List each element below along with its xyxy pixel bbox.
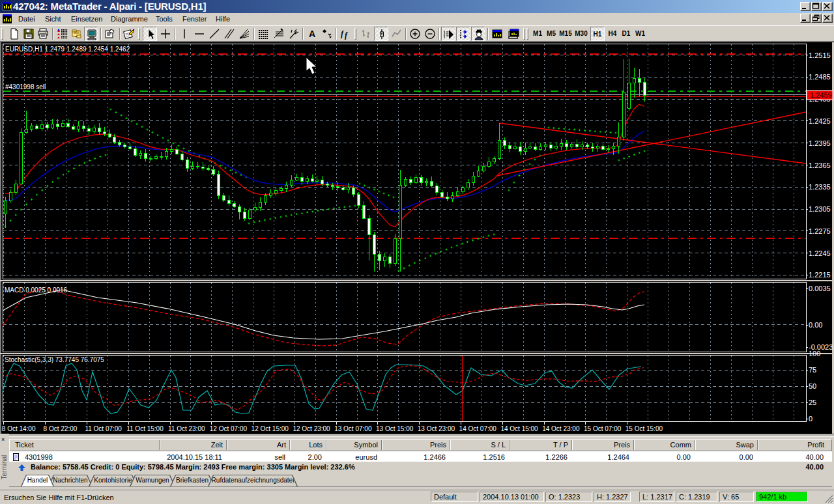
svg-text:11 Oct 15:00: 11 Oct 15:00 — [126, 425, 164, 432]
svg-text:EURUSD,H1 1.2479 1.2489 1.245: EURUSD,H1 1.2479 1.2489 1.2454 1.2462 — [5, 46, 130, 53]
svg-text:1.2335: 1.2335 — [809, 183, 831, 191]
svg-text:1.2459: 1.2459 — [810, 91, 832, 99]
svg-text:50: 50 — [809, 382, 816, 390]
svg-text:1.2245: 1.2245 — [809, 249, 831, 257]
svg-text:75: 75 — [809, 366, 816, 374]
svg-text:14 Oct 15:00: 14 Oct 15:00 — [500, 425, 538, 432]
svg-text:11 Oct 07:00: 11 Oct 07:00 — [85, 425, 122, 432]
svg-text:100: 100 — [809, 350, 820, 357]
svg-text:1.2425: 1.2425 — [809, 117, 831, 125]
svg-text:11 Oct 23:00: 11 Oct 23:00 — [168, 425, 205, 432]
svg-text:12 Oct 15:00: 12 Oct 15:00 — [252, 425, 289, 432]
svg-text:1.2395: 1.2395 — [809, 139, 831, 147]
svg-text:#4301998 sell: #4301998 sell — [5, 83, 46, 91]
svg-text:0: 0 — [809, 415, 812, 423]
svg-text:25: 25 — [809, 399, 816, 406]
svg-text:1.2515: 1.2515 — [809, 51, 831, 59]
svg-text:f: f — [341, 29, 344, 38]
svg-text:f: f — [345, 31, 348, 40]
svg-text:12 Oct 23:00: 12 Oct 23:00 — [293, 425, 330, 432]
svg-text:15 Oct 07:00: 15 Oct 07:00 — [584, 425, 622, 432]
svg-text:1.2305: 1.2305 — [809, 205, 831, 213]
svg-text:0.00: 0.00 — [809, 321, 822, 329]
svg-text:A: A — [309, 29, 315, 39]
svg-text:12 Oct 07:00: 12 Oct 07:00 — [210, 425, 248, 432]
svg-text:1.2365: 1.2365 — [809, 161, 831, 169]
svg-text:1.2215: 1.2215 — [809, 271, 831, 279]
svg-text:14 Oct 07:00: 14 Oct 07:00 — [459, 425, 497, 432]
svg-text:15 Oct 15:00: 15 Oct 15:00 — [626, 425, 663, 432]
svg-text:13 Oct 23:00: 13 Oct 23:00 — [418, 425, 455, 432]
svg-text:1.2485: 1.2485 — [809, 73, 831, 81]
svg-text:8 Oct 14:00: 8 Oct 14:00 — [2, 425, 36, 432]
svg-text:MACD 0.0025 0.0016: MACD 0.0025 0.0016 — [5, 287, 68, 294]
svg-text:14 Oct 23:00: 14 Oct 23:00 — [542, 425, 580, 432]
svg-text:13 Oct 15:00: 13 Oct 15:00 — [376, 425, 414, 432]
svg-text:1.2275: 1.2275 — [809, 227, 831, 235]
svg-text:13 Oct 07:00: 13 Oct 07:00 — [334, 425, 372, 432]
svg-text:Stochastic(5,3,3) 73.7745 76: Stochastic(5,3,3) 73.7745 76.7075 — [5, 356, 104, 363]
svg-text:0.0035: 0.0035 — [809, 285, 831, 292]
svg-text:8 Oct 22:00: 8 Oct 22:00 — [44, 425, 78, 432]
